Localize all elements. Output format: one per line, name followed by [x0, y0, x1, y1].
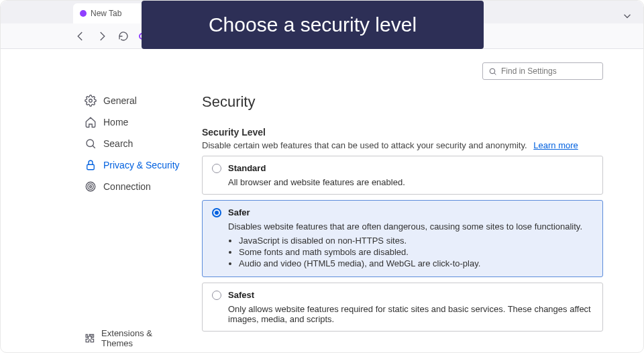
banner-text: Choose a security level [209, 13, 417, 36]
sidebar-item-search[interactable]: Search [85, 138, 182, 150]
bullet-item: Some fonts and math symbols are disabled… [239, 247, 593, 257]
sidebar-item-home[interactable]: Home [85, 116, 182, 128]
security-level-description: Disable certain web features that can be… [202, 140, 603, 150]
tabs-overflow-icon[interactable] [621, 10, 633, 25]
sidebar-item-connection[interactable]: Connection [85, 181, 182, 193]
sidebar-item-label: Privacy & Security [103, 160, 180, 170]
sidebar-item-privacy-security[interactable]: Privacy & Security [85, 159, 182, 171]
radio-safer[interactable] [212, 208, 221, 217]
level-name: Safest [228, 290, 254, 300]
search-icon [488, 67, 497, 76]
svg-line-8 [494, 72, 496, 74]
svg-point-5 [88, 184, 93, 189]
tab-title: New Tab [91, 9, 121, 18]
extensions-label: Extensions & Themes [101, 328, 182, 348]
sidebar-item-label: Home [103, 117, 128, 128]
home-icon [85, 116, 97, 128]
bullet-item: JavaScript is disabled on non-HTTPS site… [239, 236, 593, 246]
sidebar-item-label: General [103, 95, 137, 106]
learn-more-link[interactable]: Learn more [533, 140, 578, 150]
level-description: Only allows website features required fo… [228, 304, 593, 324]
level-name: Standard [228, 163, 266, 173]
page-title: Security [202, 93, 603, 111]
radio-safest[interactable] [212, 291, 221, 300]
tab-favicon [80, 10, 87, 17]
level-description: All browser and website features are ena… [228, 177, 593, 187]
svg-point-6 [90, 186, 92, 188]
svg-rect-3 [87, 164, 95, 170]
gear-icon [85, 95, 97, 107]
security-level-heading: Security Level [202, 127, 603, 138]
onion-icon [85, 181, 97, 193]
lock-icon [85, 159, 97, 171]
back-button[interactable] [74, 30, 87, 42]
settings-content: General Home Search Privacy & Security C… [1, 49, 643, 352]
puzzle-icon [85, 332, 96, 344]
search-icon [85, 138, 97, 150]
level-bullets: JavaScript is disabled on non-HTTPS site… [239, 236, 593, 268]
settings-sidebar: General Home Search Privacy & Security C… [1, 53, 182, 352]
svg-point-0 [89, 99, 93, 103]
settings-main: Find in Settings Security Security Level… [182, 53, 643, 352]
sidebar-item-general[interactable]: General [85, 95, 182, 107]
security-level-safest[interactable]: Safest Only allows website features requ… [202, 283, 603, 332]
instruction-banner: Choose a security level [142, 1, 484, 49]
svg-point-7 [490, 68, 495, 74]
svg-point-1 [87, 140, 94, 147]
sidebar-item-label: Search [103, 138, 133, 149]
svg-line-2 [93, 146, 95, 148]
reload-button[interactable] [117, 30, 129, 42]
sidebar-item-label: Connection [103, 181, 151, 192]
settings-search-input[interactable]: Find in Settings [482, 62, 603, 80]
security-level-standard[interactable]: Standard All browser and website feature… [202, 156, 603, 195]
bullet-item: Audio and video (HTML5 media), and WebGL… [239, 258, 593, 268]
level-description: Disables website features that are often… [228, 221, 593, 232]
search-placeholder: Find in Settings [501, 66, 557, 76]
radio-standard[interactable] [212, 164, 221, 173]
security-level-safer[interactable]: Safer Disables website features that are… [202, 200, 603, 277]
level-name: Safer [228, 207, 250, 217]
forward-button[interactable] [96, 30, 108, 42]
extensions-themes-link[interactable]: Extensions & Themes [85, 328, 182, 348]
